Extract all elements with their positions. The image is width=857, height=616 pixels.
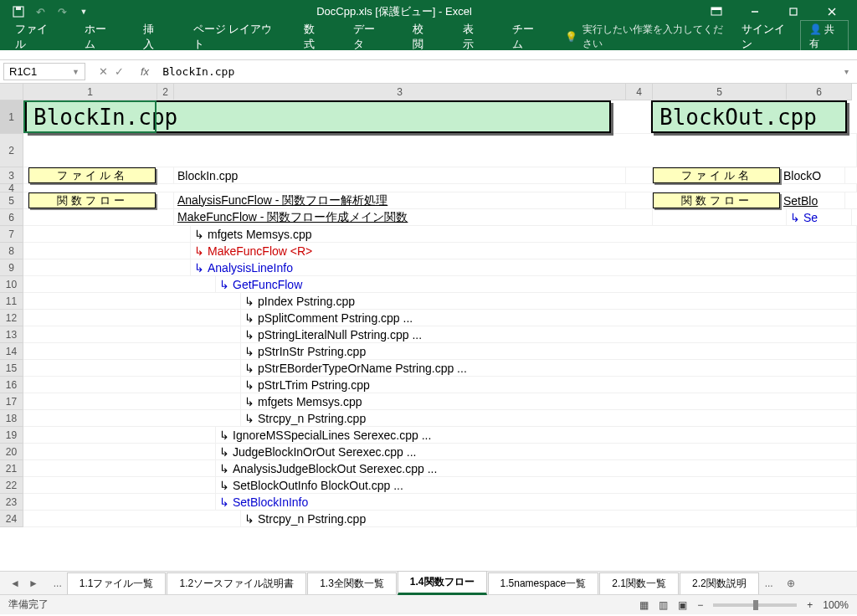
- sheet-tab-0[interactable]: 1.1ファイル一覧: [67, 572, 167, 594]
- cell-file1[interactable]: BlockIn.cpp: [174, 167, 626, 183]
- ribbon-options-icon[interactable]: [698, 0, 735, 23]
- tab-formulas[interactable]: 数式: [297, 18, 330, 55]
- formula-input[interactable]: BlockIn.cpp: [156, 64, 836, 80]
- sheet-tab-4[interactable]: 1.5namespace一覧: [488, 572, 599, 594]
- row-header-10[interactable]: 10: [0, 276, 23, 293]
- cell-r6b[interactable]: ↳Se: [787, 209, 852, 225]
- tab-insert[interactable]: 挿入: [136, 18, 169, 55]
- cell-r10[interactable]: ↳GetFuncFlow: [216, 276, 857, 292]
- undo-icon[interactable]: ↶: [33, 5, 47, 18]
- signin-link[interactable]: サインイン: [742, 22, 788, 52]
- row-header-15[interactable]: 15: [0, 360, 23, 377]
- tab-pagelayout[interactable]: ページ レイアウト: [187, 18, 280, 55]
- cell-r11[interactable]: ↳pIndex Pstring.cpp: [241, 293, 857, 309]
- cell-r12[interactable]: ↳pSplitComment Pstring.cpp ...: [241, 310, 857, 326]
- sheet-nav-prev-icon[interactable]: ◄: [10, 578, 20, 589]
- enter-icon[interactable]: ✓: [115, 65, 124, 78]
- row-header-9[interactable]: 9: [0, 259, 23, 276]
- tab-data[interactable]: データ: [346, 18, 389, 55]
- cell-r21[interactable]: ↳AnalysisJudgeBlockOut Serexec.cpp ...: [216, 460, 857, 476]
- row-header-2[interactable]: 2: [0, 134, 23, 167]
- row-header-23[interactable]: 23: [0, 494, 23, 511]
- row-header-14[interactable]: 14: [0, 343, 23, 360]
- cell-r5b[interactable]: SetBlo: [780, 192, 845, 208]
- row-header-4[interactable]: 4: [0, 184, 23, 192]
- cell-r8[interactable]: ↳MakeFuncFlow <R>: [191, 243, 857, 259]
- row-header-6[interactable]: 6: [0, 209, 23, 226]
- header-blockin[interactable]: BlockIn.cpp: [25, 100, 611, 133]
- cell-file2[interactable]: BlockO: [780, 167, 845, 183]
- cell-r9[interactable]: ↳AnalysisLineInfo: [191, 259, 857, 275]
- cells-area[interactable]: BlockIn.cpp BlockOut.cpp ファイル名 BlockIn.c…: [23, 100, 857, 571]
- cell-r16[interactable]: ↳pStrLTrim Pstring.cpp: [241, 377, 857, 393]
- cell-r13[interactable]: ↳pStringLiteralNull Pstring.cpp ...: [241, 326, 857, 342]
- col-header-5[interactable]: 5: [653, 84, 787, 100]
- row-header-21[interactable]: 21: [0, 460, 23, 477]
- add-sheet-icon[interactable]: ⊕: [778, 578, 803, 589]
- cell-r20[interactable]: ↳JudgeBlockInOrOut Serexec.cpp ...: [216, 444, 857, 459]
- tab-file[interactable]: ファイル: [8, 18, 61, 55]
- save-icon[interactable]: [12, 5, 25, 18]
- label-filename-1[interactable]: ファイル名: [28, 167, 156, 183]
- cell-r18[interactable]: ↳Strcpy_n Pstring.cpp: [241, 410, 857, 426]
- row-header-16[interactable]: 16: [0, 377, 23, 393]
- zoom-in-icon[interactable]: +: [807, 599, 813, 611]
- cancel-icon[interactable]: ✕: [99, 65, 108, 78]
- row-header-1[interactable]: 1: [0, 100, 23, 134]
- zoom-slider[interactable]: [713, 603, 797, 607]
- col-header-3[interactable]: 3: [174, 84, 626, 100]
- tab-view[interactable]: 表示: [456, 18, 489, 55]
- redo-icon[interactable]: ↷: [55, 5, 69, 18]
- sheet-tab-2[interactable]: 1.3全関数一覧: [307, 572, 397, 594]
- cell-r24[interactable]: ↳Strcpy_n Pstring.cpp: [241, 511, 857, 526]
- name-box[interactable]: R1C1 ▼: [3, 63, 85, 80]
- col-header-4[interactable]: 4: [626, 84, 653, 100]
- row-header-18[interactable]: 18: [0, 410, 23, 427]
- sheet-tab-5[interactable]: 2.1関数一覧: [599, 572, 679, 594]
- sheet-tab-6[interactable]: 2.2関数説明: [680, 572, 759, 594]
- col-header-1[interactable]: 1: [23, 84, 157, 100]
- cell-r22[interactable]: ↳SetBlockOutInfo BlockOut.cpp ...: [216, 477, 857, 493]
- row-header-12[interactable]: 12: [0, 310, 23, 326]
- row-header-11[interactable]: 11: [0, 293, 23, 310]
- col-header-2[interactable]: 2: [157, 84, 174, 100]
- header-blockout[interactable]: BlockOut.cpp: [651, 100, 847, 133]
- row-header-24[interactable]: 24: [0, 511, 23, 527]
- fx-icon[interactable]: fx: [134, 65, 156, 78]
- view-normal-icon[interactable]: ▦: [639, 599, 649, 611]
- share-button[interactable]: 👤 共有: [800, 20, 849, 54]
- sheet-more-right[interactable]: ...: [760, 578, 778, 589]
- cell-r19[interactable]: ↳IgnoreMSSpecialLines Serexec.cpp ...: [216, 427, 857, 443]
- row-header-17[interactable]: 17: [0, 393, 23, 410]
- col-header-6[interactable]: 6: [787, 84, 852, 100]
- zoom-value[interactable]: 100%: [823, 599, 849, 611]
- tab-home[interactable]: ホーム: [78, 18, 121, 55]
- zoom-out-icon[interactable]: −: [697, 599, 703, 611]
- sheet-nav-next-icon[interactable]: ►: [28, 578, 38, 589]
- cell-r6[interactable]: MakeFuncFlow - 関数フロー作成メイン関数: [174, 209, 653, 225]
- cell-r7[interactable]: ↳mfgets Memsys.cpp: [191, 226, 857, 242]
- sheet-tab-3[interactable]: 1.4関数フロー: [398, 571, 487, 595]
- label-funcflow-1[interactable]: 関数フロー: [28, 192, 156, 208]
- tab-review[interactable]: 校閲: [406, 18, 439, 55]
- qat-dropdown-icon[interactable]: ▼: [77, 5, 90, 18]
- expand-formula-icon[interactable]: ▾: [836, 67, 857, 76]
- row-header-8[interactable]: 8: [0, 243, 23, 259]
- tell-me[interactable]: 💡 実行したい作業を入力してください: [565, 23, 725, 51]
- row-header-13[interactable]: 13: [0, 326, 23, 343]
- cell-r15[interactable]: ↳pStrEBorderTypeOrName Pstring.cpp ...: [241, 360, 857, 376]
- sheet-tab-1[interactable]: 1.2ソースファイル説明書: [167, 572, 306, 594]
- label-funcflow-2[interactable]: 関数フロー: [653, 192, 780, 208]
- row-header-20[interactable]: 20: [0, 444, 23, 460]
- cell-r17[interactable]: ↳mfgets Memsys.cpp: [241, 393, 857, 409]
- row-header-22[interactable]: 22: [0, 477, 23, 494]
- sheet-more-left[interactable]: ...: [49, 578, 67, 589]
- label-filename-2[interactable]: ファイル名: [653, 167, 780, 183]
- cell-r14[interactable]: ↳pStrInStr Pstring.cpp: [241, 343, 857, 359]
- view-pagebreak-icon[interactable]: ▣: [678, 599, 687, 611]
- spreadsheet-grid[interactable]: 1 2 3 4 5 6 1 2 3 4 5 6 7 8 9 10 11 12 1…: [0, 84, 857, 571]
- cell-r23[interactable]: ↳SetBlockInInfo: [216, 494, 857, 510]
- tab-team[interactable]: チーム: [505, 18, 548, 55]
- view-pagelayout-icon[interactable]: ▥: [659, 599, 668, 611]
- row-header-5[interactable]: 5: [0, 192, 23, 209]
